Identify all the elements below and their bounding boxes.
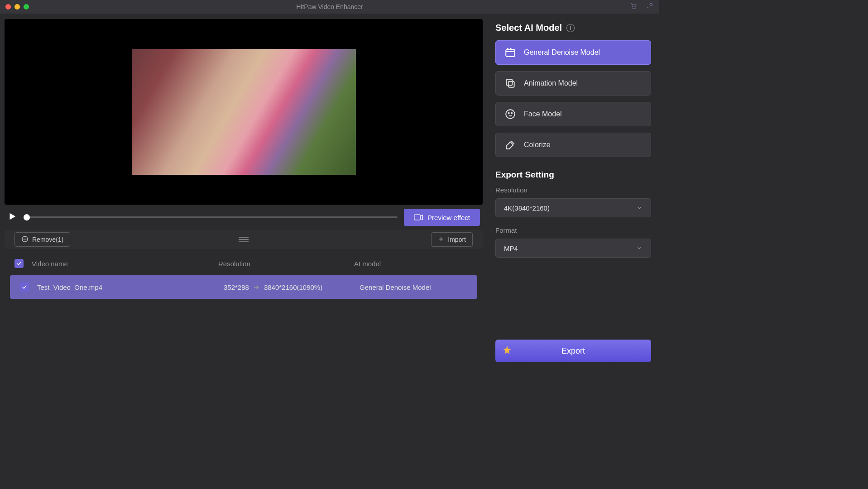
row-checkbox[interactable] bbox=[20, 283, 29, 292]
svg-rect-6 bbox=[506, 79, 512, 85]
plus-icon bbox=[438, 236, 444, 244]
model-general-denoise[interactable]: General Denoise Model bbox=[495, 40, 651, 65]
face-icon bbox=[504, 108, 517, 120]
scrubber-handle[interactable] bbox=[24, 214, 30, 221]
header-resolution: Resolution bbox=[218, 260, 354, 268]
format-label: Format bbox=[495, 226, 651, 234]
layers-icon bbox=[504, 77, 517, 90]
row-ai-model: General Denoise Model bbox=[360, 283, 467, 291]
select-all-checkbox[interactable] bbox=[14, 259, 24, 268]
svg-point-1 bbox=[635, 8, 636, 9]
table-row[interactable]: Test_Video_One.mp4 352*288 ➔ 3840*2160(1… bbox=[10, 275, 477, 299]
svg-point-9 bbox=[508, 113, 509, 114]
arrow-right-icon: ➔ bbox=[254, 283, 259, 291]
cart-icon[interactable] bbox=[629, 2, 638, 12]
preview-effect-button[interactable]: Preview effect bbox=[404, 209, 480, 226]
export-setting-title: Export Setting bbox=[495, 170, 651, 180]
maximize-window[interactable] bbox=[24, 4, 29, 10]
window-controls bbox=[0, 4, 29, 10]
resolution-label: Resolution bbox=[495, 186, 651, 194]
row-video-name: Test_Video_One.mp4 bbox=[37, 283, 224, 291]
video-frame bbox=[132, 49, 356, 175]
key-icon[interactable] bbox=[646, 2, 654, 12]
svg-point-8 bbox=[506, 110, 515, 119]
app-title: HitPaw Video Enhancer bbox=[296, 3, 363, 10]
model-animation[interactable]: Animation Model bbox=[495, 71, 651, 96]
table-header: Video name Resolution AI model bbox=[5, 254, 483, 273]
minus-icon bbox=[21, 235, 29, 244]
paint-icon bbox=[504, 139, 517, 151]
select-model-title: Select AI Model i bbox=[495, 23, 651, 33]
drag-handle-icon[interactable] bbox=[239, 237, 249, 242]
info-icon[interactable]: i bbox=[566, 24, 575, 32]
svg-rect-5 bbox=[506, 50, 515, 57]
titlebar: HitPaw Video Enhancer bbox=[0, 0, 659, 14]
model-face[interactable]: Face Model bbox=[495, 102, 651, 126]
video-preview bbox=[5, 19, 483, 205]
star-icon bbox=[502, 345, 513, 358]
remove-button[interactable]: Remove(1) bbox=[14, 232, 70, 247]
row-resolution: 352*288 ➔ 3840*2160(1090%) bbox=[224, 283, 360, 291]
film-icon bbox=[504, 46, 517, 59]
timeline-scrubber[interactable] bbox=[24, 216, 398, 218]
resolution-select[interactable]: 4K(3840*2160) bbox=[495, 198, 651, 217]
close-window[interactable] bbox=[5, 4, 11, 10]
preview-effect-label: Preview effect bbox=[427, 214, 470, 221]
sidebar: Select AI Model i General Denoise Model … bbox=[487, 14, 659, 371]
svg-rect-3 bbox=[414, 215, 420, 220]
svg-point-10 bbox=[511, 113, 512, 114]
chevron-down-icon bbox=[636, 205, 643, 211]
svg-point-2 bbox=[650, 3, 652, 6]
svg-rect-7 bbox=[508, 82, 514, 87]
list-toolbar: Remove(1) Import bbox=[5, 230, 483, 249]
import-button[interactable]: Import bbox=[431, 232, 473, 247]
export-button[interactable]: Export bbox=[495, 340, 651, 362]
format-select[interactable]: MP4 bbox=[495, 239, 651, 258]
svg-point-0 bbox=[632, 8, 633, 9]
header-ai-model: AI model bbox=[354, 260, 473, 268]
play-button[interactable] bbox=[7, 211, 17, 223]
model-colorize[interactable]: Colorize bbox=[495, 133, 651, 157]
minimize-window[interactable] bbox=[14, 4, 20, 10]
chevron-down-icon bbox=[636, 245, 643, 251]
header-video-name: Video name bbox=[32, 260, 218, 268]
